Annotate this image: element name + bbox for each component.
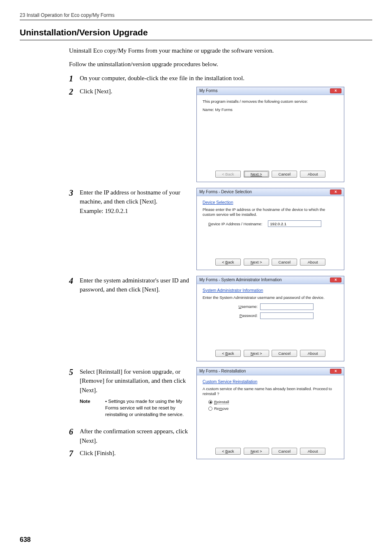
dialog-subheading: Device Selection — [203, 200, 338, 205]
close-icon[interactable] — [330, 369, 341, 374]
dialog-subheading: System Administrator Information — [203, 288, 338, 293]
step-1: 1 On your computer, double-click the exe… — [69, 74, 372, 83]
section-title: Uninstallation/Version Upgrade — [20, 28, 372, 40]
ip-label: Device IP Address / Hostname: — [208, 222, 262, 226]
step-number: 4 — [69, 276, 80, 286]
dialog-titlebar: My Forms — [197, 87, 344, 95]
next-button[interactable]: Next > — [244, 350, 269, 357]
dialog-button-row: < Back Next > Cancel About — [197, 168, 344, 182]
about-button[interactable]: About — [300, 350, 325, 357]
dialog-button-row: < Back Next > Cancel About — [197, 445, 344, 459]
password-row: Password: — [208, 312, 338, 319]
cancel-button[interactable]: Cancel — [272, 259, 297, 266]
note-label: Note — [80, 398, 105, 418]
remove-radio[interactable]: Remove — [208, 406, 338, 411]
dialog-body: System Administrator Information Enter t… — [197, 284, 344, 347]
cancel-button[interactable]: Cancel — [272, 448, 297, 455]
step-text: Select [Reinstall] for version upgrade, … — [80, 367, 196, 418]
dialog-line: A custom service of the same name has al… — [203, 386, 338, 397]
dialog-titlebar: My Forms - Device Selection — [197, 188, 344, 196]
next-button[interactable]: Next > — [244, 259, 269, 266]
password-label: Password: — [208, 313, 258, 318]
dialog-title-text: My Forms - Reinstallation — [199, 369, 246, 373]
dialog-line: Name: My Forms — [203, 107, 338, 112]
radio-icon — [208, 407, 212, 411]
step-number: 6 — [69, 427, 80, 437]
cancel-button[interactable]: Cancel — [272, 171, 297, 178]
dialog-body: Device Selection Please enter the IP add… — [197, 196, 344, 256]
step-number: 7 — [69, 449, 80, 458]
dialog-line: Please enter the IP address or the hostn… — [203, 207, 338, 217]
step-7: 7 Click [Finish]. — [69, 449, 196, 458]
step-number: 5 — [69, 367, 80, 377]
dialog-body: Custom Service Reinstallation A custom s… — [197, 375, 344, 445]
step-number: 2 — [69, 87, 80, 97]
note-text: • Settings you made for using the My For… — [105, 398, 193, 418]
close-icon[interactable] — [330, 88, 341, 93]
step-5: 5 Select [Reinstall] for version upgrade… — [69, 367, 196, 418]
page-number: 638 — [20, 536, 31, 543]
back-button[interactable]: < Back — [215, 350, 241, 357]
cancel-button[interactable]: Cancel — [272, 350, 297, 357]
next-button[interactable]: Next > — [244, 448, 269, 455]
dialog-line: Enter the System Administrator username … — [203, 295, 338, 300]
ip-input[interactable] — [268, 220, 321, 227]
dialog-line: This program installs / removes the foll… — [203, 99, 338, 104]
dialog-titlebar: My Forms - System Administrator Informat… — [197, 276, 344, 284]
dialog-title-text: My Forms — [199, 88, 217, 93]
dialog-titlebar: My Forms - Reinstallation — [197, 368, 344, 375]
about-button[interactable]: About — [300, 171, 325, 178]
username-input[interactable] — [260, 303, 314, 310]
intro-paragraph-2: Follow the uninstallation/version upgrad… — [69, 60, 372, 69]
running-header: 23 Install Operation for Eco copy/My For… — [20, 12, 372, 20]
radio-label: Remove — [214, 406, 228, 411]
reinstall-radio[interactable]: Reinstall — [208, 400, 338, 405]
step-number: 3 — [69, 188, 80, 198]
step-text: Enter the system administrator's user ID… — [80, 276, 196, 294]
password-input[interactable] — [260, 312, 314, 319]
intro-paragraph-1: Uninstall Eco copy/My Forms from your ma… — [69, 46, 372, 56]
close-icon[interactable] — [330, 190, 341, 194]
step-text: Enter the IP address or hostname of your… — [80, 188, 196, 216]
dialog-sysadmin-info: My Forms - System Administrator Informat… — [196, 276, 344, 361]
dialog-title-text: My Forms - Device Selection — [199, 190, 252, 194]
step-3: 3 Enter the IP address or hostname of yo… — [69, 188, 196, 216]
back-button[interactable]: < Back — [215, 259, 241, 266]
dialog-my-forms: My Forms This program installs / removes… — [196, 87, 344, 182]
dialog-body: This program installs / removes the foll… — [197, 95, 344, 168]
step-text: On your computer, double-click the exe f… — [80, 74, 372, 83]
step-4: 4 Enter the system administrator's user … — [69, 276, 196, 294]
step-number: 1 — [69, 74, 80, 83]
close-icon[interactable] — [330, 278, 341, 282]
dialog-button-row: < Back Next > Cancel About — [197, 256, 344, 270]
radio-icon — [208, 400, 212, 404]
note-block: Note • Settings you made for using the M… — [80, 398, 193, 418]
username-label: Username: — [208, 304, 258, 309]
step-text: Click [Finish]. — [80, 449, 196, 458]
step-text: After the confirmation screen appears, c… — [80, 427, 196, 445]
step-2: 2 Click [Next]. — [69, 87, 196, 97]
username-row: Username: — [208, 303, 338, 310]
ip-field-row: Device IP Address / Hostname: — [208, 220, 338, 227]
back-button[interactable]: < Back — [215, 171, 241, 178]
dialog-reinstallation: My Forms - Reinstallation Custom Service… — [196, 367, 344, 459]
back-button[interactable]: < Back — [215, 448, 241, 455]
dialog-title-text: My Forms - System Administrator Informat… — [199, 278, 282, 282]
about-button[interactable]: About — [300, 448, 325, 455]
dialog-device-selection: My Forms - Device Selection Device Selec… — [196, 188, 344, 270]
step-6: 6 After the confirmation screen appears,… — [69, 427, 196, 445]
next-button[interactable]: Next > — [244, 171, 269, 178]
step-text: Click [Next]. — [80, 87, 196, 96]
dialog-subheading: Custom Service Reinstallation — [203, 379, 338, 384]
dialog-button-row: < Back Next > Cancel About — [197, 347, 344, 361]
about-button[interactable]: About — [300, 259, 325, 266]
radio-label: Reinstall — [214, 400, 229, 405]
